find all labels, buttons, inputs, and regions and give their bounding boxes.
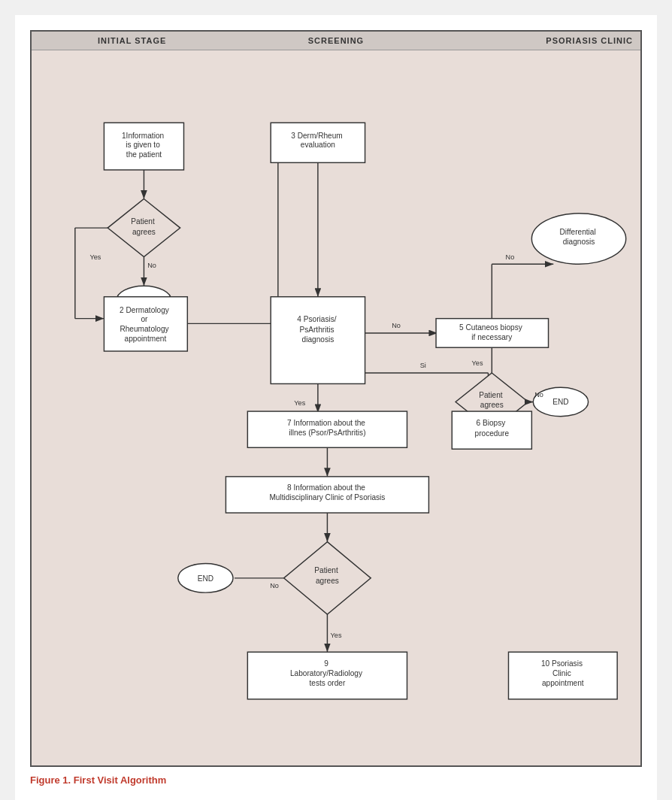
figure-caption: Figure 1. First Visit Algorithm: [30, 774, 642, 786]
yes3-label: Yes: [331, 632, 342, 639]
yes4-label: Yes: [294, 399, 305, 407]
col-header-screening: SCREENING: [232, 32, 439, 50]
end2-label: END: [552, 398, 568, 406]
diagram-outer: INITIAL STAGE SCREENING PSORIASIS CLINIC…: [30, 30, 642, 767]
no4-label: No: [392, 322, 401, 329]
yes1-label: Yes: [89, 253, 101, 261]
yes5-label: Yes: [472, 359, 483, 367]
node2-box: [104, 297, 187, 351]
col-header-initial: INITIAL STAGE: [32, 32, 232, 50]
flowchart-svg: 1Information is given to the patient Pat…: [32, 60, 640, 765]
no2-label: No: [534, 391, 543, 398]
page-container: INITIAL STAGE SCREENING PSORIASIS CLINIC…: [15, 15, 657, 800]
col-header-psoriasis: PSORIASIS CLINIC: [440, 32, 640, 50]
end3-label: END: [198, 574, 213, 583]
node7-label: 7 Information about the illnes (Psor/PsA…: [287, 419, 368, 437]
no1-label: No: [147, 262, 156, 269]
node1-label: 1Information is given to the patient: [122, 132, 166, 159]
node4-label: 4 Psoriasis/ PsArthritis diagnosis: [297, 315, 338, 344]
column-headers: INITIAL STAGE SCREENING PSORIASIS CLINIC: [32, 32, 640, 50]
no5-label: No: [506, 253, 515, 261]
si-label: Si: [420, 362, 426, 369]
node2-label: 2 Dermatology or Rheumatology appointmen…: [120, 306, 171, 343]
no3-label: No: [270, 582, 279, 589]
